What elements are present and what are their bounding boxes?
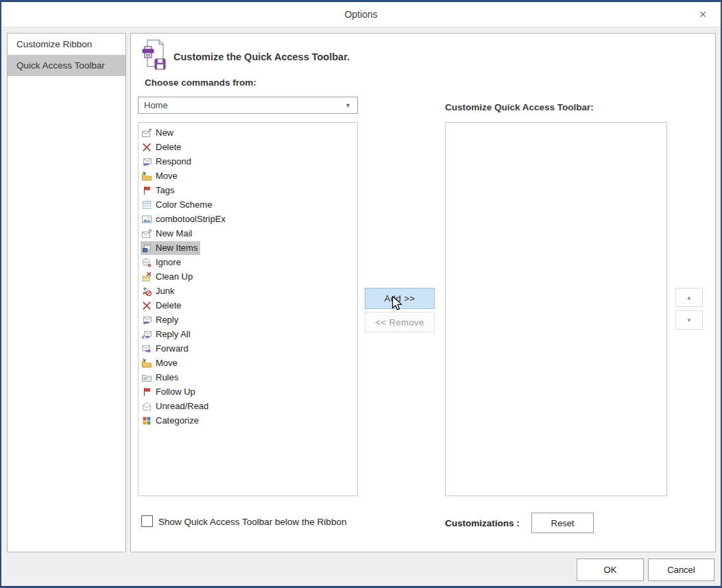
command-label: Rules (156, 372, 178, 382)
panel-heading: Customize the Quick Access Toolbar. (173, 51, 350, 62)
command-list-item[interactable]: combotoolStripEx (139, 212, 357, 226)
reply-all-icon (141, 329, 152, 340)
reply-icon (141, 156, 152, 167)
dropdown-selected-value: Home (139, 100, 345, 110)
command-label: combotoolStripEx (156, 214, 226, 224)
command-label: Color Scheme (156, 199, 212, 210)
clean-up-icon (141, 271, 152, 282)
command-list-item[interactable]: Unread/Read (139, 399, 357, 413)
print-save-icon (141, 39, 167, 75)
add-button[interactable]: Add >> (365, 288, 435, 309)
command-list-item[interactable]: New Items (139, 241, 357, 255)
command-label: Respond (156, 156, 191, 167)
sidebar-item[interactable]: Quick Access Toolbar (8, 55, 125, 76)
new-items-icon (141, 243, 152, 254)
triangle-down-icon: ▼ (686, 317, 692, 323)
command-list-item[interactable]: Ignore (139, 255, 357, 269)
customizations-label: Customizations : (445, 518, 520, 528)
customize-qat-label: Customize Quick Access Toolbar: (445, 102, 594, 112)
color-scheme-icon (141, 199, 152, 210)
picture-icon (141, 214, 152, 225)
command-list-item[interactable]: Reply (139, 313, 357, 327)
cancel-button[interactable]: Cancel (648, 559, 714, 581)
command-list-item[interactable]: Respond (139, 154, 357, 169)
ok-button[interactable]: OK (577, 559, 644, 581)
command-list-item[interactable]: Delete (139, 298, 357, 313)
junk-icon (141, 286, 152, 297)
unread-icon (141, 401, 152, 412)
move-icon (141, 358, 152, 369)
command-label: Tags (156, 185, 174, 195)
command-label: Unread/Read (156, 401, 208, 411)
flag-icon (141, 387, 152, 397)
command-list-item[interactable]: Rules (139, 370, 357, 384)
sidebar-nav: Customize Ribbon Quick Access Toolbar (7, 33, 126, 552)
command-label: Reply All (156, 329, 191, 339)
command-label: Delete (156, 142, 182, 152)
move-down-button[interactable]: ▼ (675, 310, 703, 330)
command-list-item[interactable]: Move (139, 169, 357, 183)
sidebar-item-label: Quick Access Toolbar (16, 60, 105, 71)
mail-new-icon (141, 228, 152, 239)
flag-icon (141, 185, 152, 196)
options-dialog: Options ✕ Customize Ribbon Quick Access … (0, 0, 722, 588)
command-label: Categorize (156, 415, 199, 426)
delete-icon (141, 300, 152, 311)
command-list-item[interactable]: Forward (139, 341, 357, 356)
command-list-item[interactable]: Clean Up (139, 269, 357, 284)
command-label: Follow Up (156, 387, 195, 397)
ignore-icon (141, 257, 152, 268)
mail-new-icon (141, 127, 152, 138)
show-qat-below-ribbon-checkbox[interactable] (141, 515, 153, 527)
command-list-item[interactable]: New Mail (139, 226, 357, 241)
categorize-icon (141, 415, 152, 426)
command-label: New (156, 127, 173, 138)
reply-icon (141, 315, 152, 326)
command-label: Delete (156, 300, 182, 310)
close-icon[interactable]: ✕ (695, 2, 711, 27)
command-label: Move (156, 358, 178, 368)
sidebar-item-label: Customize Ribbon (16, 39, 92, 49)
titlebar: Options ✕ (1, 2, 721, 27)
command-label: Reply (156, 315, 178, 325)
command-label: Move (156, 171, 178, 181)
rules-icon (141, 372, 152, 383)
command-label: Forward (156, 343, 189, 354)
command-list-item[interactable]: New (139, 125, 357, 140)
command-list-item[interactable]: Move (139, 356, 357, 370)
move-icon (141, 171, 152, 182)
choose-commands-label: Choose commands from: (145, 77, 256, 88)
command-list-item[interactable]: Reply All (139, 327, 357, 341)
command-list-item[interactable]: Categorize (139, 413, 357, 428)
dialog-title: Options (1, 2, 721, 27)
command-list-item[interactable]: Junk (139, 284, 357, 298)
triangle-up-icon: ▲ (686, 295, 692, 301)
move-up-button[interactable]: ▲ (675, 288, 703, 307)
command-list-item[interactable]: Tags (139, 183, 357, 197)
remove-button[interactable]: << Remove (365, 312, 435, 332)
command-label: Ignore (156, 257, 181, 267)
command-label: New Items (156, 243, 197, 253)
sidebar-item[interactable]: Customize Ribbon (8, 34, 125, 55)
main-panel: Customize the Quick Access Toolbar. Choo… (130, 33, 716, 552)
choose-commands-dropdown[interactable]: Home ▼ (138, 97, 358, 114)
delete-icon (141, 142, 152, 153)
reset-button[interactable]: Reset (531, 513, 594, 533)
commands-list[interactable]: New Delete Respond Move (138, 122, 358, 496)
command-list-item[interactable]: Color Scheme (139, 197, 357, 212)
show-qat-below-ribbon-label: Show Quick Access Toolbar below the Ribb… (158, 517, 346, 527)
command-label: Junk (156, 286, 174, 296)
forward-icon (141, 343, 152, 354)
chevron-down-icon: ▼ (345, 102, 357, 109)
command-list-item[interactable]: Delete (139, 140, 357, 154)
command-label: Clean Up (156, 271, 193, 282)
command-label: New Mail (156, 228, 192, 238)
command-list-item[interactable]: Follow Up (139, 384, 357, 399)
quick-access-toolbar-list[interactable] (445, 122, 667, 496)
